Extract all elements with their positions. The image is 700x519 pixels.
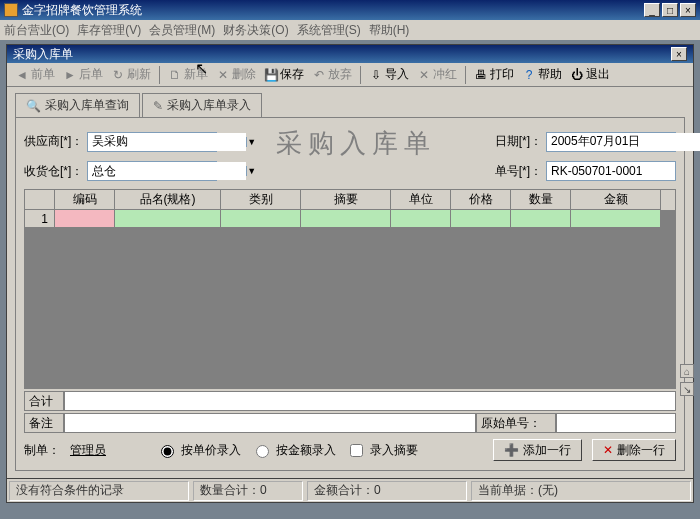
- exit-icon: ⏻: [570, 68, 584, 82]
- cell-qty[interactable]: [511, 210, 571, 228]
- tab-query-label: 采购入库单查询: [45, 97, 129, 114]
- status-amt: 金额合计：0: [307, 481, 467, 501]
- col-price[interactable]: 价格: [451, 190, 511, 210]
- delete-doc-button[interactable]: ✕删除: [214, 66, 258, 83]
- save-icon: 💾: [264, 68, 278, 82]
- date-input[interactable]: [547, 133, 700, 151]
- undo-icon: ↶: [312, 68, 326, 82]
- col-summary[interactable]: 摘要: [301, 190, 391, 210]
- side-arrow-icon[interactable]: ↘: [680, 382, 694, 396]
- status-qty: 数量合计：0: [193, 481, 303, 501]
- x-icon: ✕: [603, 443, 613, 457]
- radio-by-price[interactable]: 按单价录入: [156, 442, 241, 459]
- date-label: 日期[*]：: [495, 133, 542, 150]
- refresh-button[interactable]: ↻刷新: [109, 66, 153, 83]
- menu-help[interactable]: 帮助(H): [369, 22, 410, 39]
- status-msg: 没有符合条件的记录: [9, 481, 189, 501]
- cell-unit[interactable]: [391, 210, 451, 228]
- remark-input[interactable]: [64, 413, 476, 433]
- col-name[interactable]: 品名(规格): [115, 190, 221, 210]
- cell-category[interactable]: [221, 210, 301, 228]
- print-label: 打印: [490, 66, 514, 83]
- save-button[interactable]: 💾保存: [262, 66, 306, 83]
- tab-entry[interactable]: ✎采购入库单录入: [142, 93, 262, 117]
- menu-finance[interactable]: 财务决策(O): [223, 22, 288, 39]
- prev-doc-button[interactable]: ◄前单: [13, 66, 57, 83]
- totals-row: 合计: [24, 391, 676, 411]
- tab-query[interactable]: 🔍采购入库单查询: [15, 93, 140, 117]
- menu-inventory[interactable]: 库存管理(V): [77, 22, 141, 39]
- next-doc-button[interactable]: ►后单: [61, 66, 105, 83]
- reverse-button[interactable]: ✕冲红: [415, 66, 459, 83]
- table-row[interactable]: 1: [25, 210, 675, 228]
- cell-price[interactable]: [451, 210, 511, 228]
- tab-entry-label: 采购入库单录入: [167, 97, 251, 114]
- app-menubar: 前台营业(O) 库存管理(V) 会员管理(M) 财务决策(O) 系统管理(S) …: [0, 20, 700, 40]
- chevron-down-icon-3[interactable]: ▼: [246, 166, 256, 176]
- grid-header: 编码 品名(规格) 类别 摘要 单位 价格 数量 金额: [25, 190, 675, 210]
- orig-docno-input[interactable]: [556, 413, 676, 433]
- exit-label: 退出: [586, 66, 610, 83]
- delete-icon: ✕: [216, 68, 230, 82]
- cell-name[interactable]: [115, 210, 221, 228]
- cell-amount[interactable]: [571, 210, 661, 228]
- discard-button[interactable]: ↶放弃: [310, 66, 354, 83]
- new-icon: 🗋: [168, 68, 182, 82]
- statusbar: 没有符合条件的记录 数量合计：0 金额合计：0 当前单据：(无): [6, 479, 694, 503]
- minimize-button[interactable]: _: [644, 3, 660, 17]
- print-button[interactable]: 🖶打印: [472, 66, 516, 83]
- remark-row: 备注 原始单号：: [24, 413, 676, 433]
- docno-label: 单号[*]：: [495, 163, 542, 180]
- delete-row-button[interactable]: ✕删除一行: [592, 439, 676, 461]
- search-icon: 🔍: [26, 99, 41, 113]
- col-unit[interactable]: 单位: [391, 190, 451, 210]
- check-summary-input[interactable]: [350, 444, 363, 457]
- items-grid[interactable]: 编码 品名(规格) 类别 摘要 单位 价格 数量 金额 1: [24, 189, 676, 389]
- status-cur: 当前单据：(无): [471, 481, 691, 501]
- inner-close-button[interactable]: ×: [671, 47, 687, 61]
- cell-summary[interactable]: [301, 210, 391, 228]
- save-label: 保存: [280, 66, 304, 83]
- discard-label: 放弃: [328, 66, 352, 83]
- maker-name: 管理员: [70, 442, 106, 459]
- exit-button[interactable]: ⏻退出: [568, 66, 612, 83]
- menu-member[interactable]: 会员管理(M): [149, 22, 215, 39]
- col-category[interactable]: 类别: [221, 190, 301, 210]
- supplier-combo[interactable]: ▼: [87, 132, 217, 152]
- delete-row-label: 删除一行: [617, 442, 665, 459]
- app-window: 金字招牌餐饮管理系统 _ □ × 前台营业(O) 库存管理(V) 会员管理(M)…: [0, 0, 700, 519]
- side-home-icon[interactable]: ⌂: [680, 364, 694, 378]
- col-qty[interactable]: 数量: [511, 190, 571, 210]
- new-doc-button[interactable]: 🗋新单: [166, 66, 210, 83]
- import-icon: ⇩: [369, 68, 383, 82]
- help-button[interactable]: ?帮助: [520, 66, 564, 83]
- col-code[interactable]: 编码: [55, 190, 115, 210]
- add-row-button[interactable]: ➕添加一行: [493, 439, 582, 461]
- toolbar-sep: [159, 66, 160, 84]
- entry-panel: 供应商[*]： ▼ 采购入库单 日期[*]： ▼: [15, 117, 685, 471]
- radio-by-amount[interactable]: 按金额录入: [251, 442, 336, 459]
- col-amount[interactable]: 金额: [571, 190, 661, 210]
- radio-by-price-input[interactable]: [161, 445, 174, 458]
- warehouse-input[interactable]: [88, 162, 246, 180]
- radio-by-amount-input[interactable]: [256, 445, 269, 458]
- maximize-button[interactable]: □: [662, 3, 678, 17]
- refresh-icon: ↻: [111, 68, 125, 82]
- doc-big-title: 采购入库单: [225, 126, 486, 161]
- print-icon: 🖶: [474, 68, 488, 82]
- import-button[interactable]: ⇩导入: [367, 66, 411, 83]
- cell-code[interactable]: [55, 210, 115, 228]
- app-icon: [4, 3, 18, 17]
- close-button[interactable]: ×: [680, 3, 696, 17]
- menu-frontdesk[interactable]: 前台营业(O): [4, 22, 69, 39]
- new-doc-label: 新单: [184, 66, 208, 83]
- import-label: 导入: [385, 66, 409, 83]
- date-combo[interactable]: ▼: [546, 132, 676, 152]
- warehouse-combo[interactable]: ▼: [87, 161, 217, 181]
- supplier-input[interactable]: [88, 133, 246, 151]
- sum-label: 合计: [24, 391, 64, 411]
- radio-by-price-label: 按单价录入: [181, 442, 241, 459]
- edit-icon: ✎: [153, 99, 163, 113]
- check-summary[interactable]: 录入摘要: [346, 441, 418, 460]
- menu-system[interactable]: 系统管理(S): [297, 22, 361, 39]
